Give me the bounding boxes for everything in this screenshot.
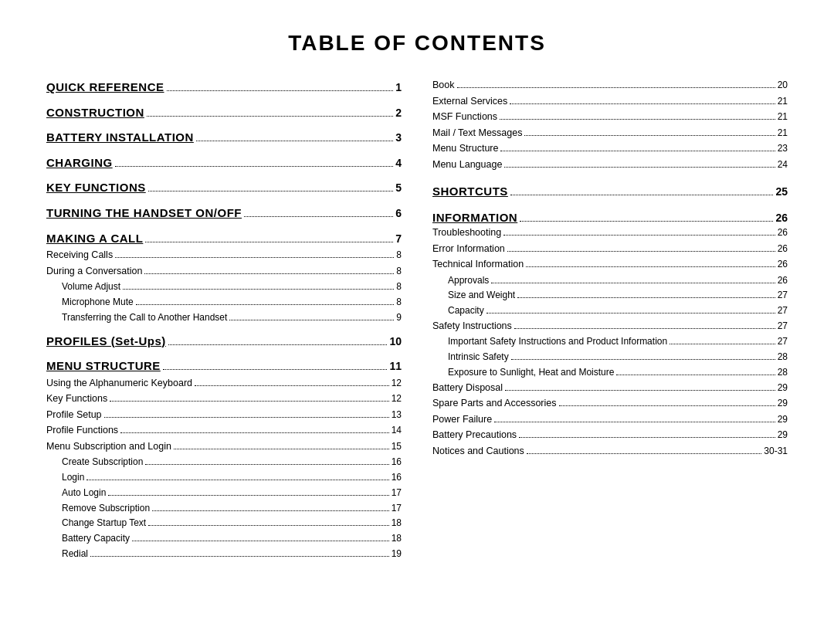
toc-entry: Intrinsic Safety28: [432, 351, 788, 364]
toc-entry: Error Information26: [432, 242, 788, 256]
toc-label: Menu Language: [432, 158, 502, 172]
toc-page: 12: [392, 377, 402, 390]
section-header-row: SHORTCUTS25: [432, 185, 788, 198]
toc-entry: Profile Functions14: [46, 424, 402, 438]
toc-dots: [148, 525, 388, 526]
toc-dots: [147, 116, 393, 117]
toc-page: 26: [778, 242, 788, 256]
section-header: INFORMATION: [432, 211, 517, 224]
toc-entry: Key Functions12: [46, 392, 402, 406]
toc-entry: Mail / Text Messages21: [432, 127, 788, 141]
toc-page: 11: [389, 359, 402, 375]
toc-entry: Transferring the Call to Another Handset…: [46, 311, 402, 324]
toc-entry: Login16: [46, 471, 402, 484]
toc-label: Book: [432, 79, 455, 93]
toc-page: 21: [778, 110, 788, 124]
toc-dots: [491, 283, 775, 283]
toc-label: Key Functions: [46, 392, 107, 406]
toc-entry: External Services21: [432, 95, 788, 109]
toc-dots: [108, 495, 388, 496]
toc-page: 19: [392, 547, 402, 561]
toc-page: 16: [392, 456, 402, 469]
toc-dots: [457, 87, 775, 88]
toc-dots: [152, 510, 389, 511]
toc-entry: Battery Capacity18: [46, 532, 402, 545]
toc-entry: Battery Precautions29: [432, 429, 788, 442]
toc-dots: [163, 369, 388, 370]
toc-entry: Menu Subscription and Login15: [46, 440, 402, 454]
toc-label: Battery Disposal: [432, 381, 503, 395]
toc-label: External Services: [432, 95, 507, 109]
toc-dots: [510, 103, 775, 104]
toc-entry: CHARGING4: [46, 154, 402, 171]
toc-page: 13: [392, 408, 402, 422]
toc-label: Using the Alphanumeric Keyboard: [46, 377, 192, 391]
toc-page: 21: [778, 95, 788, 108]
toc-entry: Change Startup Text18: [46, 517, 402, 530]
toc-label: MAKING A CALL: [46, 230, 143, 246]
toc-page: 5: [395, 181, 402, 196]
toc-dots: [486, 313, 775, 314]
toc-label: During a Conversation: [46, 265, 142, 279]
toc-page: 21: [778, 127, 788, 140]
toc-dots: [527, 453, 761, 454]
toc-page: 3: [395, 130, 402, 146]
toc-entry: Menu Language24: [432, 158, 788, 172]
toc-page: 14: [392, 424, 402, 437]
toc-label: Create Subscription: [62, 456, 143, 469]
toc-page: 26: [778, 258, 788, 271]
toc-entry: Create Subscription16: [46, 456, 402, 469]
toc-entry: During a Conversation8: [46, 265, 402, 279]
toc-dots: [148, 191, 393, 192]
toc-entry: Battery Disposal29: [432, 381, 788, 395]
toc-label: Auto Login: [62, 486, 106, 500]
toc-dots: [115, 257, 394, 258]
toc-dots: [526, 266, 775, 267]
toc-page: 17: [392, 486, 402, 500]
toc-label: Size and Weight: [448, 289, 515, 302]
toc-page: 29: [778, 381, 788, 395]
toc-label: KEY FUNCTIONS: [46, 179, 146, 195]
toc-dots: [510, 195, 774, 195]
toc-entry: MSF Functions21: [432, 110, 788, 124]
toc-entry: KEY FUNCTIONS5: [46, 179, 402, 196]
toc-label: MSF Functions: [432, 110, 497, 124]
toc-entry: Notices and Cautions30-31: [432, 445, 788, 459]
toc-entry: TURNING THE HANDSET ON/OFF6: [46, 205, 402, 222]
toc-label: Intrinsic Safety: [448, 351, 509, 364]
toc-dots: [195, 385, 389, 386]
toc-entry: Capacity27: [432, 304, 788, 317]
toc-entry: Profile Setup13: [46, 408, 402, 422]
toc-label: CHARGING: [46, 154, 113, 171]
toc-dots: [168, 344, 388, 345]
toc-page: 9: [396, 311, 402, 324]
toc-page: 15: [392, 440, 402, 453]
toc-entry: Remove Subscription17: [46, 502, 402, 515]
toc-dots: [559, 405, 775, 406]
toc-dots: [144, 273, 394, 274]
toc-page: 6: [395, 206, 402, 222]
toc-label: TURNING THE HANDSET ON/OFF: [46, 205, 242, 221]
toc-page: 28: [778, 351, 788, 364]
toc-page: 18: [392, 532, 402, 545]
toc-dots: [503, 235, 775, 236]
toc-dots: [520, 221, 773, 222]
toc-entry: Troubleshooting26: [432, 226, 788, 240]
page-title: TABLE OF CONTENTS: [46, 31, 788, 56]
toc-label: Important Safety Instructions and Produc…: [448, 335, 667, 348]
toc-entry: Menu Structure23: [432, 142, 788, 156]
toc-entry: Book20: [432, 79, 788, 93]
toc-dots: [511, 359, 775, 360]
toc-label: PROFILES (Set-Ups): [46, 333, 166, 349]
toc-label: Power Failure: [432, 413, 492, 427]
toc-dots: [145, 464, 388, 465]
toc-label: Profile Functions: [46, 424, 118, 438]
toc-dots: [500, 151, 775, 151]
toc-dots: [229, 320, 394, 320]
toc-page: 8: [396, 280, 402, 293]
toc-label: Safety Instructions: [432, 320, 512, 334]
toc-page: 29: [778, 397, 788, 410]
toc-page: 2: [395, 106, 402, 121]
toc-dots: [167, 90, 394, 91]
toc-dots: [123, 289, 394, 290]
